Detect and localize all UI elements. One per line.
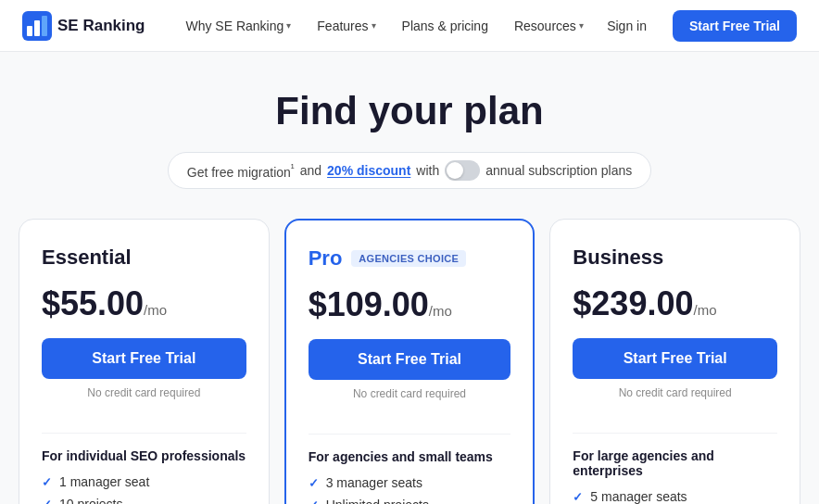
check-icon: ✓ (309, 498, 319, 505)
list-item: ✓ Unlimited projects (309, 498, 511, 504)
nav-plans-pricing[interactable]: Plans & pricing (391, 13, 499, 39)
list-item: ✓ 5 manager seats (573, 489, 777, 504)
plan-price-pro: $109.00/mo (309, 285, 511, 324)
plan-card-pro: Pro AGENCIES CHOICE $109.00/mo Start Fre… (284, 219, 536, 504)
list-item: ✓ 1 manager seat (42, 474, 246, 489)
per-mo-essential: /mo (144, 302, 167, 318)
nav-why-se-ranking[interactable]: Why SE Ranking ▾ (174, 13, 302, 39)
header-actions: Sign in Start Free Trial (596, 10, 797, 42)
plan-price-essential: $55.00/mo (42, 284, 246, 323)
main-nav: Why SE Ranking ▾ Features ▾ Plans & pric… (174, 13, 596, 39)
check-icon: ✓ (309, 476, 319, 490)
plan-card-business: Business $239.00/mo Start Free Trial No … (549, 219, 800, 504)
per-mo-pro: /mo (429, 303, 452, 319)
hero-section: Find your plan Get free migration¹ and 2… (19, 89, 800, 189)
list-item: ✓ 3 manager seats (309, 475, 511, 490)
plan-name-row-business: Business (573, 246, 777, 270)
trial-button-pro[interactable]: Start Free Trial (309, 339, 511, 380)
feature-label: Unlimited projects (326, 498, 429, 504)
plan-name-row-pro: Pro AGENCIES CHOICE (309, 246, 511, 271)
plan-tagline-pro: For agencies and small teams (309, 449, 511, 464)
plan-tagline-business: For large agencies and enterprises (573, 448, 777, 478)
discount-bar: Get free migration¹ and 20% discount wit… (168, 152, 651, 189)
plans-grid: Essential $55.00/mo Start Free Trial No … (19, 219, 800, 504)
discount-text-before: Get free migration¹ (187, 161, 295, 180)
separator (42, 433, 246, 434)
with-text: with (416, 163, 439, 178)
check-icon: ✓ (573, 490, 583, 504)
nav-resources[interactable]: Resources ▾ (503, 13, 595, 39)
features-list-business: ✓ 5 manager seats ✓ Unlimited projects (573, 489, 777, 504)
list-item: ✓ 10 projects (42, 497, 246, 504)
logo-icon (22, 11, 52, 41)
chevron-down-icon: ▾ (286, 20, 291, 31)
feature-label: 1 manager seat (59, 474, 149, 489)
toggle-knob (447, 162, 463, 179)
no-credit-pro: No credit card required (309, 387, 511, 400)
annual-plans-label: annual subscription plans (485, 163, 632, 178)
plan-card-essential: Essential $55.00/mo Start Free Trial No … (19, 219, 270, 504)
svg-rect-3 (42, 16, 47, 36)
annual-toggle[interactable] (445, 160, 480, 181)
logo-text: SE Ranking (57, 17, 145, 35)
nav-features[interactable]: Features ▾ (306, 13, 386, 39)
logo[interactable]: SE Ranking (22, 11, 145, 41)
main-content: Find your plan Get free migration¹ and 2… (0, 52, 819, 504)
plan-name-pro: Pro (309, 246, 343, 271)
feature-label: 3 manager seats (326, 475, 422, 490)
check-icon: ✓ (42, 498, 52, 505)
price-amount-pro: $109.00 (309, 285, 429, 323)
and-text: and (300, 163, 321, 178)
plan-price-business: $239.00/mo (573, 284, 777, 323)
page-title: Find your plan (19, 89, 800, 133)
site-header: SE Ranking Why SE Ranking ▾ Features ▾ P… (0, 0, 819, 52)
chevron-down-icon: ▾ (579, 20, 584, 31)
features-list-pro: ✓ 3 manager seats ✓ Unlimited projects (309, 475, 511, 504)
price-amount-business: $239.00 (573, 284, 693, 322)
chevron-down-icon: ▾ (372, 20, 376, 31)
discount-highlight[interactable]: 20% discount (327, 163, 410, 178)
footnote-marker: ¹ (291, 161, 295, 173)
features-list-essential: ✓ 1 manager seat ✓ 10 projects (42, 474, 246, 504)
plan-name-row-essential: Essential (42, 246, 246, 270)
plan-name-essential: Essential (42, 246, 132, 270)
check-icon: ✓ (42, 475, 52, 489)
per-mo-business: /mo (693, 302, 716, 318)
price-amount-essential: $55.00 (42, 284, 144, 322)
trial-button-essential[interactable]: Start Free Trial (42, 338, 246, 379)
trial-button-business[interactable]: Start Free Trial (573, 338, 777, 379)
feature-label: 10 projects (59, 497, 122, 504)
agency-badge: AGENCIES CHOICE (351, 250, 466, 267)
svg-rect-2 (34, 20, 40, 36)
feature-label: 5 manager seats (590, 489, 687, 504)
separator (573, 433, 777, 434)
sign-in-button[interactable]: Sign in (596, 13, 658, 39)
no-credit-business: No credit card required (573, 386, 777, 399)
no-credit-essential: No credit card required (42, 386, 246, 399)
header-trial-button[interactable]: Start Free Trial (673, 10, 797, 42)
separator (309, 434, 511, 435)
svg-rect-1 (27, 26, 32, 36)
plan-name-business: Business (573, 246, 663, 270)
plan-tagline-essential: For individual SEO professionals (42, 448, 246, 463)
